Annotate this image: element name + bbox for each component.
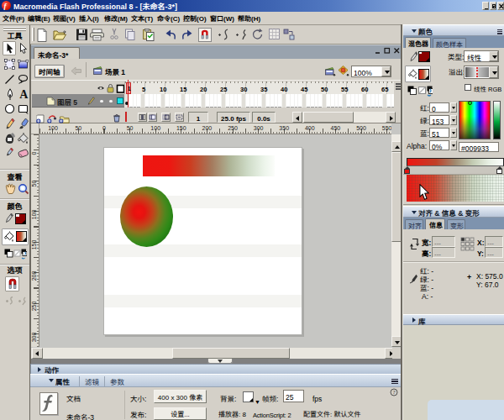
- svg-text:?: ?: [392, 389, 395, 396]
- svg-text:A: A: [19, 88, 29, 100]
